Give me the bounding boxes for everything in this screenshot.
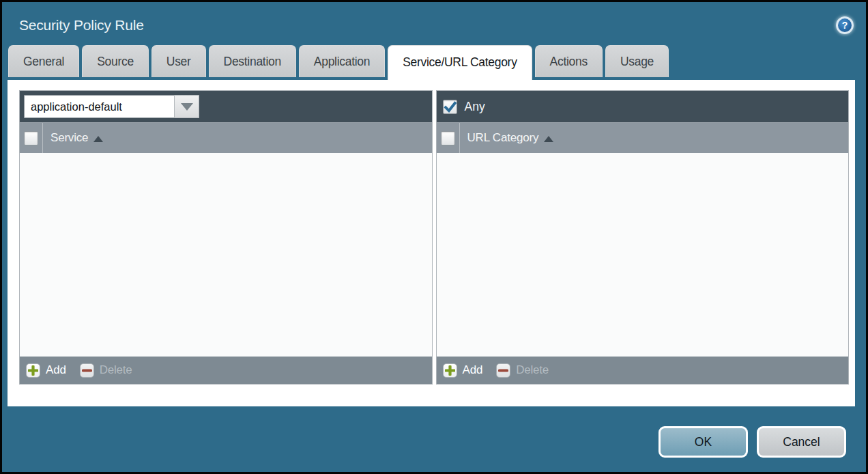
- service-panel-header: application-default: [20, 91, 432, 122]
- tab-user[interactable]: User: [151, 45, 206, 77]
- service-delete-button[interactable]: Delete: [80, 363, 132, 378]
- service-type-dropdown[interactable]: application-default: [24, 95, 199, 118]
- cancel-button[interactable]: Cancel: [757, 426, 846, 458]
- service-type-dropdown-value[interactable]: application-default: [24, 95, 174, 118]
- help-icon[interactable]: ?: [836, 16, 854, 34]
- checkmark-icon: [444, 100, 457, 113]
- tab-destination[interactable]: Destination: [209, 45, 296, 77]
- tab-service-url-category[interactable]: Service/URL Category: [388, 45, 532, 80]
- sort-ascending-icon: [93, 136, 103, 142]
- any-row: Any: [441, 100, 485, 114]
- tab-bar: General Source User Destination Applicat…: [2, 45, 866, 80]
- dialog-title: Security Policy Rule: [19, 17, 144, 33]
- tab-source[interactable]: Source: [82, 45, 149, 77]
- service-select-all-checkbox[interactable]: [24, 131, 38, 145]
- security-policy-rule-dialog: Security Policy Rule ? General Source Us…: [0, 0, 868, 474]
- minus-icon: [496, 363, 510, 378]
- tab-usage[interactable]: Usage: [605, 45, 669, 77]
- dialog-button-row: OK Cancel: [659, 426, 846, 458]
- plus-icon: [443, 363, 457, 378]
- service-column-label[interactable]: Service: [43, 123, 103, 153]
- service-panel: application-default Service: [19, 90, 433, 385]
- url-category-list[interactable]: [437, 153, 849, 357]
- minus-icon: [80, 363, 94, 378]
- url-category-delete-button[interactable]: Delete: [496, 363, 549, 378]
- tab-application[interactable]: Application: [299, 45, 385, 77]
- any-label: Any: [465, 100, 485, 114]
- url-category-panel-footer: Add Delete: [437, 357, 849, 384]
- tab-general[interactable]: General: [8, 45, 79, 77]
- plus-icon: [26, 363, 40, 378]
- url-category-panel: Any URL Category Add: [436, 90, 850, 385]
- service-add-button[interactable]: Add: [26, 363, 66, 378]
- service-column-header: Service: [20, 122, 432, 153]
- any-checkbox[interactable]: [443, 100, 457, 114]
- service-type-dropdown-button[interactable]: [174, 95, 199, 118]
- tab-content: application-default Service: [8, 80, 855, 406]
- url-category-add-button[interactable]: Add: [443, 363, 483, 378]
- service-panel-footer: Add Delete: [20, 357, 432, 384]
- chevron-down-icon: [181, 103, 193, 111]
- url-category-column-header: URL Category: [437, 122, 849, 153]
- title-bar: Security Policy Rule ?: [2, 2, 866, 45]
- sort-ascending-icon: [544, 136, 553, 142]
- service-list[interactable]: [20, 153, 432, 357]
- url-category-panel-header: Any: [437, 91, 849, 122]
- tab-actions[interactable]: Actions: [535, 45, 603, 77]
- url-category-select-all-checkbox[interactable]: [441, 131, 455, 145]
- ok-button[interactable]: OK: [659, 426, 748, 458]
- url-category-column-label[interactable]: URL Category: [460, 123, 554, 153]
